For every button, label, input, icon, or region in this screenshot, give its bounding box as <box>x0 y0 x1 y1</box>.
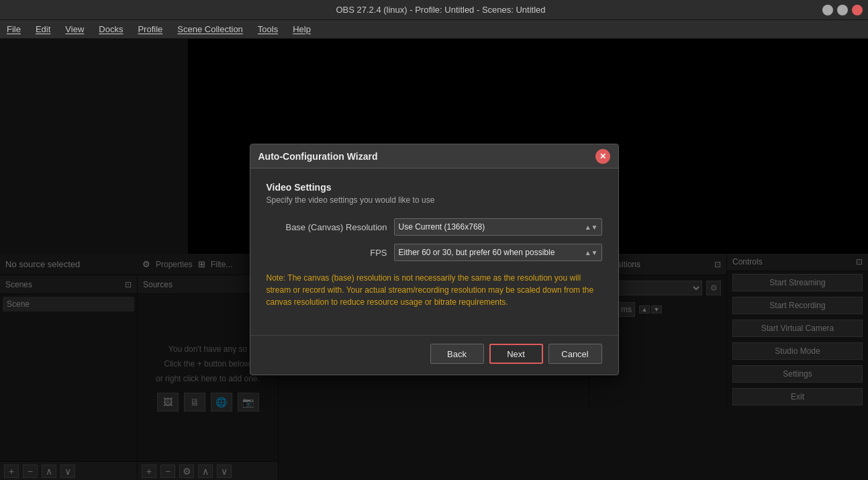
title-bar-controls <box>822 5 863 15</box>
dialog-footer: Back Next Cancel <box>250 335 618 375</box>
minimize-button[interactable] <box>822 5 833 15</box>
form-row-resolution: Base (Canvas) Resolution Use Current (13… <box>267 218 602 236</box>
menu-file[interactable]: File <box>4 23 23 36</box>
auto-config-dialog: Auto-Configuration Wizard ✕ Video Settin… <box>250 144 619 375</box>
fps-label: FPS <box>267 248 387 258</box>
menu-scene-collection[interactable]: Scene Collection <box>175 23 246 36</box>
menu-edit[interactable]: Edit <box>33 23 53 36</box>
form-row-fps: FPS Either 60 or 30, but prefer 60 when … <box>267 244 602 261</box>
cancel-button[interactable]: Cancel <box>548 344 602 364</box>
next-button[interactable]: Next <box>489 344 543 364</box>
menu-help[interactable]: Help <box>290 23 314 36</box>
menu-view[interactable]: View <box>62 23 87 36</box>
menu-profile[interactable]: Profile <box>135 23 165 36</box>
window-title: OBS 27.2.4 (linux) - Profile: Untitled -… <box>59 5 822 15</box>
dialog-section-desc: Specify the video settings you would lik… <box>267 195 602 205</box>
menu-bar: File Edit View Docks Profile Scene Colle… <box>0 20 868 39</box>
close-button[interactable] <box>852 5 863 15</box>
menu-tools[interactable]: Tools <box>255 23 281 36</box>
fps-select[interactable]: Either 60 or 30, but prefer 60 when poss… <box>394 244 602 261</box>
dialog-close-button[interactable]: ✕ <box>595 149 610 164</box>
resolution-label: Base (Canvas) Resolution <box>267 222 387 232</box>
resolution-select[interactable]: Use Current (1366x768) 1920x1080 1280x72… <box>394 218 602 236</box>
main-area: No source selected ⚙ Properties ⊞ Filte.… <box>0 39 868 480</box>
dialog-note: Note: The canvas (base) resolution is no… <box>267 272 602 308</box>
back-button[interactable]: Back <box>430 344 484 364</box>
menu-docks[interactable]: Docks <box>96 23 126 36</box>
resolution-select-wrapper: Use Current (1366x768) 1920x1080 1280x72… <box>394 218 602 236</box>
title-bar: OBS 27.2.4 (linux) - Profile: Untitled -… <box>0 0 868 20</box>
dialog-backdrop: Auto-Configuration Wizard ✕ Video Settin… <box>0 39 868 480</box>
dialog-body: Video Settings Specify the video setting… <box>250 169 618 335</box>
dialog-section-title: Video Settings <box>267 182 602 193</box>
maximize-button[interactable] <box>837 5 848 15</box>
dialog-title-bar: Auto-Configuration Wizard ✕ <box>250 144 618 169</box>
dialog-title: Auto-Configuration Wizard <box>258 151 378 162</box>
fps-select-wrapper: Either 60 or 30, but prefer 60 when poss… <box>394 244 602 261</box>
